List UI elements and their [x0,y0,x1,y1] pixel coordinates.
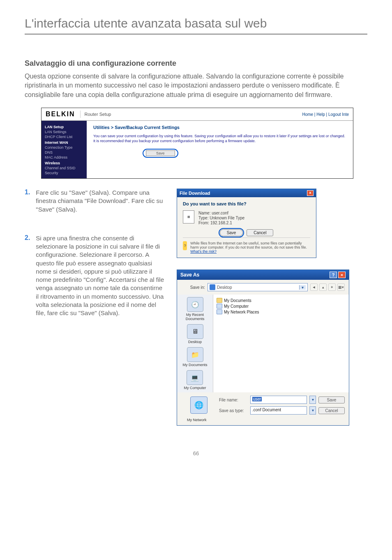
saveas-titlebar: Save As ? × [177,270,349,280]
step-2-text: Si apre una finestra che consente di sel… [36,234,164,318]
folder-icon [217,298,222,303]
save-button[interactable]: Save [146,150,175,156]
from-value: 192.168.2.1 [210,221,232,225]
whats-risk-link[interactable]: What's the risk? [190,249,217,253]
brand-logo: BELKIN [46,111,81,118]
list-item[interactable]: My Documents [217,298,346,303]
file-list[interactable]: My Documents My Computer My Network Plac… [213,295,349,392]
section-title: Salvataggio di una configurazione corren… [25,59,367,68]
step-2: 2. Si apre una finestra che consente di … [25,234,164,318]
nav-dhcp[interactable]: DHCP Client List [45,135,83,139]
nav-lan-setup: LAN Setup [45,125,83,129]
save-button[interactable]: Save [318,396,345,403]
place-recent[interactable]: 🕘My Recent Documents [177,297,213,321]
savein-value: Desktop [217,285,232,290]
nav-conn-type[interactable]: Connection Type [45,145,83,150]
warning-text: While files from the Internet can be use… [190,241,307,249]
type-label: Type: [198,216,208,220]
views-icon[interactable]: ▦▾ [337,283,345,291]
router-title: Router Setup [81,112,302,117]
place-recent-label: My Recent Documents [186,313,205,321]
chevron-down-icon[interactable]: ▾ [309,406,316,415]
computer-icon [217,304,222,309]
nav-internet-wan: Internet WAN [45,141,83,145]
breadcrumb: Utilities > Save/Backup Current Settings [93,125,346,130]
router-screenshot: BELKIN Router Setup Home | Help | Logout… [41,108,353,179]
page-number: 66 [25,450,367,456]
nav-mac[interactable]: MAC Address [45,155,83,159]
step-1-num: 1. [25,189,30,214]
step-1: 1. Fare clic su "Save" (Salva). Compare … [25,189,164,214]
nav-security[interactable]: Security [45,171,83,175]
item-label: My Network Places [224,310,259,314]
dialog-titlebar: File Download × [177,189,316,197]
places-bar: 🕘My Recent Documents 🖥Desktop 📁My Docume… [177,295,213,392]
savein-dropdown[interactable]: Desktop ▾ [208,283,308,291]
saveastype-dropdown[interactable]: .conf Document [250,406,307,415]
item-label: My Computer [224,304,249,309]
place-mycomp[interactable]: 💻My Computer [184,370,206,390]
up-icon[interactable]: ▴ [319,283,327,291]
save-as-dialog: Save As ? × Save in: Desktop ▾ ◄ ▴ ✶ ▦▾ [177,270,349,426]
list-item[interactable]: My Network Places [217,309,346,314]
filename-label: File name: [219,398,248,402]
save-button[interactable]: Save [220,229,243,236]
desktop-icon [210,284,215,290]
step-2-num: 2. [25,234,30,318]
cancel-button[interactable]: Cancel [247,229,273,236]
save-highlight: Save [143,149,178,158]
place-mynet-icon[interactable]: 🌐 [190,396,208,414]
router-content: Utilities > Save/Backup Current Settings… [87,121,353,178]
close-icon[interactable]: × [307,190,314,196]
type-value: Unknown File Type [210,216,244,220]
shield-icon: ? [183,241,187,250]
dialog-title: File Download [180,191,210,196]
place-desktop[interactable]: 🖥Desktop [187,324,203,344]
place-mydocs-label: My Documents [182,363,207,367]
network-icon [217,309,222,314]
back-icon[interactable]: ◄ [310,283,318,291]
item-label: My Documents [224,298,251,303]
nav-channel[interactable]: Channel and SSID [45,166,83,170]
place-mynet-label: My Network [177,418,349,425]
place-mycomp-label: My Computer [184,386,206,390]
name-value: user.conf [212,211,228,215]
router-sidebar: LAN Setup LAN Settings DHCP Client List … [42,121,87,178]
file-icon: ▦ [183,210,194,224]
cancel-button[interactable]: Cancel [318,407,345,414]
from-label: From: [198,221,209,225]
list-item[interactable]: My Computer [217,304,346,309]
saveas-title: Save As [180,272,199,278]
intro-paragraph: Questa opzione consente di salvare la co… [25,72,367,99]
file-download-dialog: File Download × Do you want to save this… [177,189,316,258]
close-icon[interactable]: × [338,272,346,278]
filename-value: user [252,397,262,401]
savein-label: Save in: [181,285,205,290]
page-title: L'interfaccia utente avanzata basata sul… [25,16,367,35]
nav-dns[interactable]: DNS [45,150,83,154]
place-mydocs[interactable]: 📁My Documents [182,347,207,367]
chevron-down-icon[interactable]: ▾ [309,396,316,404]
nav-wireless: Wireless [45,161,83,165]
filename-input[interactable]: user [250,396,307,404]
router-desc: You can save your current configuration … [93,134,346,143]
dialog-question: Do you want to save this file? [183,201,310,206]
newfolder-icon[interactable]: ✶ [328,283,336,291]
router-header: BELKIN Router Setup Home | Help | Logout… [42,108,353,121]
name-label: Name: [198,211,210,215]
help-icon[interactable]: ? [330,272,337,278]
chevron-down-icon[interactable]: ▾ [299,285,306,290]
saveastype-value: .conf Document [252,408,281,412]
saveastype-label: Save as type: [219,408,248,413]
nav-lan-settings[interactable]: LAN Settings [45,130,83,134]
step-1-text: Fare clic su "Save" (Salva). Compare una… [36,189,164,214]
place-desktop-label: Desktop [188,340,202,344]
router-header-links[interactable]: Home | Help | Logout Inte [302,112,349,117]
